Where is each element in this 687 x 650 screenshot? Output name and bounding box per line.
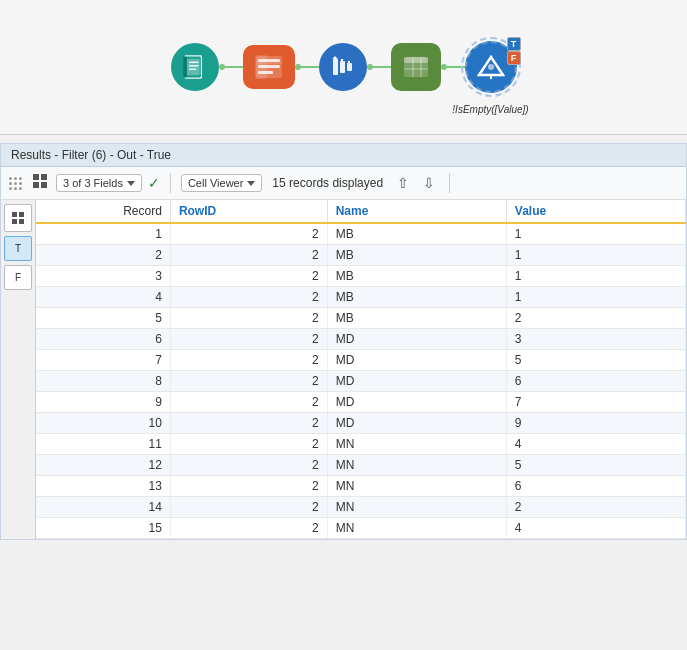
toolbar-divider-2	[449, 173, 450, 193]
cell-rowid: 2	[170, 434, 327, 455]
table-body: 1 2 MB 1 2 2 MB 1 3 2 MB 1 4 2 MB 1 5 2 …	[36, 223, 686, 539]
svg-rect-6	[183, 57, 187, 78]
node-table[interactable]	[391, 43, 441, 91]
node-filter-select[interactable]	[243, 45, 295, 89]
table-row: 11 2 MN 4	[36, 434, 686, 455]
tab-true[interactable]: T	[4, 236, 32, 261]
cell-name: MN	[327, 434, 506, 455]
cell-value: 1	[506, 287, 685, 308]
tab-grid[interactable]	[4, 204, 32, 232]
svg-rect-21	[404, 57, 428, 63]
connector-4	[441, 64, 465, 70]
cell-name: MN	[327, 455, 506, 476]
svg-rect-2	[186, 59, 199, 75]
table-container: Record RowID Name Value 1 2 MB 1 2 2 MB …	[36, 200, 686, 539]
cell-value: 4	[506, 434, 685, 455]
cell-value: 3	[506, 329, 685, 350]
table-row: 9 2 MD 7	[36, 392, 686, 413]
checkmark-icon[interactable]: ✓	[148, 175, 160, 191]
svg-rect-15	[347, 63, 352, 71]
cell-record: 3	[36, 266, 170, 287]
drag-handle[interactable]	[7, 175, 24, 192]
table-row: 3 2 MB 1	[36, 266, 686, 287]
badge-false: F	[507, 51, 521, 65]
table-row: 10 2 MD 9	[36, 413, 686, 434]
cell-viewer-label: Cell Viewer	[188, 177, 243, 189]
cell-name: MN	[327, 497, 506, 518]
nav-down-button[interactable]: ⇩	[419, 173, 439, 193]
svg-rect-34	[12, 219, 17, 224]
book-icon	[181, 53, 209, 81]
results-header-text: Results - Filter (6) - Out - True	[11, 148, 171, 162]
table-row: 12 2 MN 5	[36, 455, 686, 476]
cell-rowid: 2	[170, 371, 327, 392]
cell-record: 14	[36, 497, 170, 518]
cell-name: MD	[327, 371, 506, 392]
grid-view-icon[interactable]	[30, 171, 50, 195]
node-input[interactable]	[171, 43, 219, 91]
badge-true: T	[507, 37, 521, 51]
node-filter-last-wrapper: T F !IsEmpty([Value])	[465, 41, 517, 93]
cell-rowid: 2	[170, 329, 327, 350]
data-table: Record RowID Name Value 1 2 MB 1 2 2 MB …	[36, 200, 686, 539]
node-table-wrapper	[391, 43, 441, 91]
connector-3	[367, 64, 391, 70]
cell-value: 1	[506, 266, 685, 287]
cell-rowid: 2	[170, 245, 327, 266]
tab-true-label: T	[15, 243, 21, 254]
cell-name: MB	[327, 287, 506, 308]
col-header-rowid[interactable]: RowID	[170, 200, 327, 223]
col-header-name[interactable]: Name	[327, 200, 506, 223]
tab-false-label: F	[15, 272, 21, 283]
cell-record: 6	[36, 329, 170, 350]
cell-value: 9	[506, 413, 685, 434]
cell-value: 1	[506, 223, 685, 245]
tab-false[interactable]: F	[4, 265, 32, 290]
connector-2	[295, 64, 319, 70]
svg-rect-31	[41, 182, 47, 188]
cell-name: MD	[327, 392, 506, 413]
col-header-record[interactable]: Record	[36, 200, 170, 223]
table-row: 8 2 MD 6	[36, 371, 686, 392]
table-row: 7 2 MD 5	[36, 350, 686, 371]
cell-rowid: 2	[170, 518, 327, 539]
connector-1	[219, 64, 243, 70]
cell-value: 1	[506, 245, 685, 266]
main-content: T F Record RowID Name Value 1	[1, 200, 686, 539]
table-row: 14 2 MN 2	[36, 497, 686, 518]
cell-rowid: 2	[170, 392, 327, 413]
table-icon	[401, 53, 431, 81]
table-row: 5 2 MB 2	[36, 308, 686, 329]
node-filter-wrapper	[243, 45, 295, 89]
cell-viewer-button[interactable]: Cell Viewer	[181, 174, 262, 192]
cell-record: 11	[36, 434, 170, 455]
cell-record: 13	[36, 476, 170, 497]
cell-record: 7	[36, 350, 170, 371]
svg-rect-33	[19, 212, 24, 217]
svg-rect-28	[33, 174, 39, 180]
node-input-wrapper	[171, 43, 219, 91]
cell-record: 5	[36, 308, 170, 329]
connector-line-3	[373, 66, 391, 68]
workflow-canvas: T F !IsEmpty([Value])	[0, 0, 687, 135]
col-header-value[interactable]: Value	[506, 200, 685, 223]
table-row: 6 2 MD 3	[36, 329, 686, 350]
cell-value: 6	[506, 371, 685, 392]
fields-chevron-icon	[127, 181, 135, 186]
table-row: 1 2 MB 1	[36, 223, 686, 245]
connector-line-4	[447, 66, 465, 68]
records-count: 15 records displayed	[272, 176, 383, 190]
node-sort[interactable]	[319, 43, 367, 91]
cell-record: 12	[36, 455, 170, 476]
cell-record: 15	[36, 518, 170, 539]
svg-rect-13	[333, 59, 338, 75]
table-row: 13 2 MN 6	[36, 476, 686, 497]
cell-name: MD	[327, 350, 506, 371]
node-filter-last[interactable]: T F	[465, 41, 517, 93]
svg-rect-14	[340, 61, 345, 73]
nav-up-button[interactable]: ⇧	[393, 173, 413, 193]
fields-button[interactable]: 3 of 3 Fields	[56, 174, 142, 192]
grid-tab-icon	[11, 211, 25, 225]
toolbar-divider-1	[170, 173, 171, 193]
cell-rowid: 2	[170, 455, 327, 476]
